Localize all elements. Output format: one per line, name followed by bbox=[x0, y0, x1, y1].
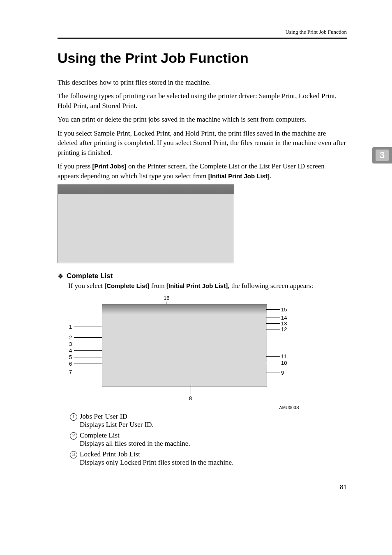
callout-number: 15 bbox=[281, 306, 287, 313]
chapter-number: 3 bbox=[376, 150, 389, 161]
callout-number: 9 bbox=[281, 370, 284, 376]
circled-number-icon: 3 bbox=[70, 451, 77, 458]
list-item: 3Locked Print Job List Displays only Loc… bbox=[70, 450, 347, 467]
definition-term: Locked Print Job List bbox=[80, 450, 140, 458]
text-fragment: , the following screen appears: bbox=[228, 282, 313, 290]
ui-reference: [Complete List] bbox=[104, 282, 149, 289]
figure-id: AMU003S bbox=[279, 405, 299, 410]
body-paragraph: This describes how to print files stored… bbox=[58, 78, 347, 87]
callout-number: 5 bbox=[69, 354, 72, 360]
text-fragment: . bbox=[270, 172, 271, 180]
callout-number: 3 bbox=[69, 341, 72, 347]
callout-number: 12 bbox=[281, 326, 287, 332]
running-header: Using the Print Job Function bbox=[58, 29, 347, 35]
callout-number: 16 bbox=[164, 295, 169, 301]
page-title: Using the Print Job Function bbox=[58, 50, 347, 66]
annotated-figure: 16 1 2 3 4 5 6 7 15 14 13 12 11 10 9 8 bbox=[69, 295, 299, 410]
definition-term: Jobs Per User ID bbox=[80, 412, 127, 420]
definition-term: Complete List bbox=[80, 431, 120, 439]
definition-description: Displays List Per User ID. bbox=[80, 421, 347, 429]
callout-number: 1 bbox=[69, 324, 72, 330]
text-fragment: If you select bbox=[68, 282, 104, 290]
list-item: 2Complete List Displays all files stored… bbox=[70, 431, 347, 448]
callout-number: 2 bbox=[69, 334, 72, 341]
callout-number: 14 bbox=[281, 315, 287, 321]
circled-number-icon: 2 bbox=[70, 432, 77, 440]
page-number: 81 bbox=[58, 483, 347, 491]
sub-heading: ❖ Complete List bbox=[58, 272, 347, 280]
ui-reference: [Initial Print Job List] bbox=[208, 173, 270, 180]
rule-line bbox=[58, 37, 347, 37]
ui-reference: [Print Jobs] bbox=[92, 163, 127, 170]
callout-number: 13 bbox=[281, 320, 287, 327]
definition-description: Displays all files stored in the machine… bbox=[80, 440, 347, 448]
body-paragraph: If you select Sample Print, Locked Print… bbox=[58, 129, 347, 157]
chapter-side-tab: 3 bbox=[372, 147, 392, 164]
diamond-bullet-icon: ❖ bbox=[58, 272, 63, 280]
definition-list: 1Jobs Per User ID Displays List Per User… bbox=[70, 412, 347, 467]
rule-line bbox=[58, 38, 347, 39]
text-fragment: If you press bbox=[58, 162, 92, 170]
definition-description: Displays only Locked Print files stored … bbox=[80, 458, 347, 467]
sub-heading-label: Complete List bbox=[67, 272, 113, 280]
callout-number: 8 bbox=[189, 395, 192, 401]
list-item: 1Jobs Per User ID Displays List Per User… bbox=[70, 412, 347, 429]
body-paragraph: You can print or delete the print jobs s… bbox=[58, 115, 347, 124]
circled-number-icon: 1 bbox=[70, 413, 77, 421]
callout-number: 6 bbox=[69, 361, 72, 367]
sub-description: If you select [Complete List] from [Init… bbox=[68, 281, 347, 290]
callout-number: 7 bbox=[69, 369, 72, 375]
body-paragraph: The following types of printing can be s… bbox=[58, 91, 347, 111]
body-paragraph: If you press [Print Jobs] on the Printer… bbox=[58, 161, 347, 181]
callout-number: 4 bbox=[69, 348, 72, 354]
callout-number: 10 bbox=[281, 360, 287, 366]
printer-features-screenshot bbox=[58, 185, 234, 263]
callout-number: 11 bbox=[281, 353, 287, 359]
ui-reference: [Initial Print Job List] bbox=[166, 282, 228, 289]
text-fragment: from bbox=[149, 282, 166, 290]
